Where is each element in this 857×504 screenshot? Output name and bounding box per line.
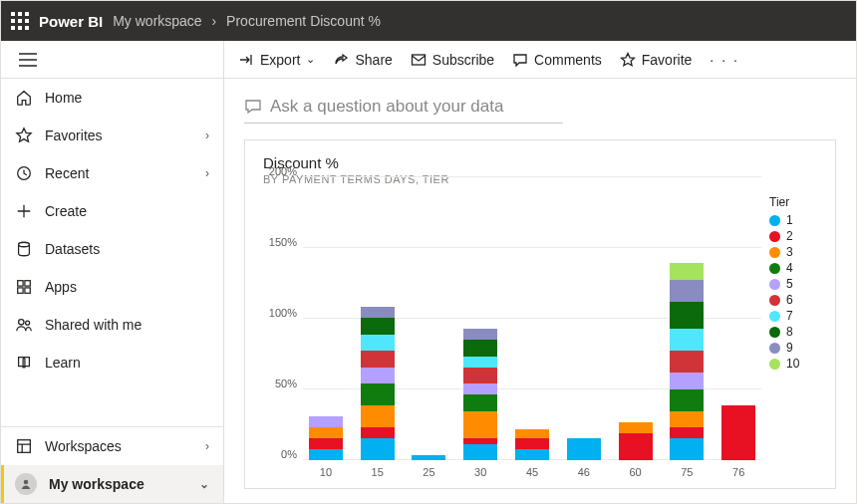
bar-segment[interactable] <box>670 280 704 302</box>
bar-column[interactable]: 30 <box>461 195 499 478</box>
report-toolbar: Export ⌄ Share Subscribe Comments <box>224 41 856 79</box>
bar-segment[interactable] <box>361 427 395 438</box>
breadcrumb-workspace[interactable]: My workspace <box>113 13 201 29</box>
svg-rect-2 <box>18 281 23 286</box>
bar-segment[interactable] <box>361 368 395 384</box>
bar-segment[interactable] <box>309 438 343 449</box>
bar-segment[interactable] <box>619 422 653 433</box>
bar-column[interactable]: 10 <box>307 195 345 478</box>
qa-input[interactable]: Ask a question about your data <box>244 95 563 124</box>
legend-label: 10 <box>786 357 799 371</box>
sidebar-item-shared[interactable]: Shared with me <box>1 306 223 344</box>
bar-segment[interactable] <box>670 389 704 411</box>
bar-segment[interactable] <box>463 329 497 340</box>
bar-segment[interactable] <box>463 383 497 394</box>
favorite-button[interactable]: Favorite <box>620 52 693 68</box>
bar-segment[interactable] <box>361 318 395 335</box>
bar-column[interactable]: 60 <box>617 195 655 478</box>
legend-item[interactable]: 2 <box>769 229 821 243</box>
bar-column[interactable]: 45 <box>513 195 551 478</box>
bar-segment[interactable] <box>515 438 549 449</box>
sidebar-item-datasets[interactable]: Datasets <box>1 230 223 268</box>
bar-segment[interactable] <box>670 302 704 330</box>
sidebar-item-create[interactable]: Create <box>1 192 223 230</box>
x-tick: 30 <box>474 466 486 478</box>
bar-segment[interactable] <box>463 357 497 368</box>
bar-segment[interactable] <box>619 433 653 461</box>
brand-label: Power BI <box>39 13 103 30</box>
bar-segment[interactable] <box>361 405 395 427</box>
sidebar-item-favorites[interactable]: Favorites › <box>1 117 223 154</box>
bar-segment[interactable] <box>361 307 395 318</box>
sidebar-item-label: Recent <box>45 165 193 181</box>
bar-segment[interactable] <box>670 427 704 438</box>
share-button[interactable]: Share <box>333 52 392 68</box>
toolbar-label: Comments <box>534 52 602 68</box>
chart-plot-area[interactable]: 101525304546607576 <box>303 195 761 478</box>
bar-segment[interactable] <box>361 383 395 405</box>
x-tick: 15 <box>372 466 384 478</box>
sidebar-item-apps[interactable]: Apps <box>1 268 223 306</box>
sidebar-item-workspaces[interactable]: Workspaces › <box>1 427 223 465</box>
export-button[interactable]: Export ⌄ <box>238 52 315 68</box>
svg-rect-5 <box>25 288 30 293</box>
bar-segment[interactable] <box>670 373 704 389</box>
chart-card: Discount % BY PAYMENT TERMS DAYS, TIER 0… <box>244 139 836 489</box>
bar-segment[interactable] <box>670 329 704 351</box>
bar-column[interactable]: 46 <box>565 195 603 478</box>
bar-segment[interactable] <box>463 394 497 411</box>
bar-column[interactable]: 75 <box>668 195 706 478</box>
legend-label: 2 <box>786 229 793 243</box>
bar-segment[interactable] <box>721 405 755 460</box>
legend-item[interactable]: 8 <box>769 325 821 339</box>
bar-column[interactable]: 15 <box>359 195 397 478</box>
legend-title: Tier <box>769 195 821 209</box>
bar-segment[interactable] <box>670 438 704 460</box>
sidebar-item-learn[interactable]: Learn <box>1 344 223 381</box>
legend-item[interactable]: 6 <box>769 293 821 307</box>
bar-segment[interactable] <box>361 335 395 352</box>
bar-column[interactable]: 25 <box>411 195 448 478</box>
bar-segment[interactable] <box>309 427 343 438</box>
sidebar-item-my-workspace[interactable]: My workspace ⌄ <box>1 465 223 503</box>
bar-segment[interactable] <box>670 351 704 373</box>
legend-item[interactable]: 3 <box>769 245 821 259</box>
subscribe-button[interactable]: Subscribe <box>411 52 494 68</box>
bar-segment[interactable] <box>309 416 343 427</box>
legend-item[interactable]: 5 <box>769 277 821 291</box>
chat-icon <box>244 98 262 116</box>
bar-segment[interactable] <box>515 429 549 438</box>
more-options-button[interactable]: · · · <box>710 52 738 68</box>
bar-segment[interactable] <box>412 455 445 461</box>
bar-segment[interactable] <box>463 444 497 461</box>
legend-swatch <box>769 343 780 354</box>
bar-segment[interactable] <box>515 449 549 460</box>
bar-segment[interactable] <box>361 438 395 460</box>
legend-item[interactable]: 10 <box>769 357 821 371</box>
bar-segment[interactable] <box>309 449 343 460</box>
legend-label: 5 <box>786 277 793 291</box>
breadcrumb: My workspace › Procurement Discount % <box>113 13 381 29</box>
svg-point-6 <box>19 320 24 325</box>
svg-point-7 <box>26 321 30 325</box>
bar-segment[interactable] <box>670 263 704 280</box>
bar-segment[interactable] <box>361 351 395 368</box>
apps-icon <box>15 278 33 296</box>
sidebar-item-home[interactable]: Home <box>1 79 223 117</box>
legend-item[interactable]: 9 <box>769 341 821 355</box>
legend-item[interactable]: 4 <box>769 261 821 275</box>
bar-segment[interactable] <box>463 340 497 357</box>
nav-toggle-button[interactable] <box>1 41 223 79</box>
legend-item[interactable]: 1 <box>769 213 821 227</box>
bar-segment[interactable] <box>463 411 497 439</box>
toolbar-label: Export <box>260 52 300 68</box>
bar-segment[interactable] <box>463 368 497 384</box>
bar-segment[interactable] <box>567 438 601 460</box>
bar-column[interactable]: 76 <box>719 195 757 478</box>
sidebar-item-recent[interactable]: Recent › <box>1 154 223 192</box>
comments-button[interactable]: Comments <box>512 52 602 68</box>
legend-item[interactable]: 7 <box>769 309 821 323</box>
app-launcher-icon[interactable] <box>11 12 29 30</box>
bar-segment[interactable] <box>670 411 704 428</box>
breadcrumb-report[interactable]: Procurement Discount % <box>226 13 381 29</box>
